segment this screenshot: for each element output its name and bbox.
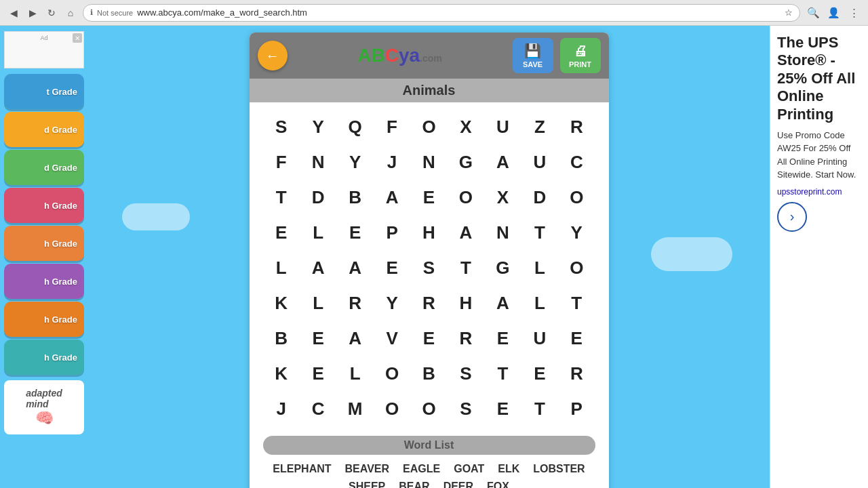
grid-cell[interactable]: E [410,321,447,356]
grid-cell[interactable]: T [484,356,521,391]
grid-cell[interactable]: G [448,144,484,180]
grid-cell[interactable]: A [336,250,373,285]
grid-cell[interactable]: E [558,321,595,356]
grid-cell[interactable]: S [410,250,447,285]
grid-cell[interactable]: T [263,180,300,215]
grade-button-2[interactable]: d Grade [4,112,84,147]
grid-cell[interactable]: Y [374,285,410,321]
grid-cell[interactable]: K [263,356,300,391]
grid-cell[interactable]: T [558,285,595,321]
back-nav-button[interactable]: ◀ [5,5,22,21]
grid-cell[interactable]: Q [336,109,373,144]
grid-cell[interactable]: D [521,180,558,215]
grid-cell[interactable]: N [484,215,521,250]
grid-cell[interactable]: A [484,285,521,321]
grid-cell[interactable]: S [448,391,484,426]
grid-cell[interactable]: L [521,250,558,285]
grid-cell[interactable]: S [263,109,300,144]
grid-cell[interactable]: H [448,285,484,321]
ad-close-button[interactable]: ✕ [73,33,82,43]
grid-cell[interactable]: T [448,250,484,285]
grid-cell[interactable]: E [300,356,336,391]
grid-cell[interactable]: U [521,321,558,356]
grid-cell[interactable]: L [336,356,373,391]
grid-cell[interactable]: O [410,109,447,144]
grid-cell[interactable]: N [410,144,447,180]
grid-cell[interactable]: C [300,391,336,426]
grade-button-5[interactable]: h Grade [4,226,84,261]
star-icon[interactable]: ☆ [785,7,793,18]
grade-button-4[interactable]: h Grade [4,188,84,223]
grid-cell[interactable]: R [558,356,595,391]
menu-button[interactable]: ⋮ [845,4,863,22]
grid-cell[interactable]: J [263,391,300,426]
grid-cell[interactable]: P [558,391,595,426]
grid-cell[interactable]: E [484,321,521,356]
grid-cell[interactable]: K [263,285,300,321]
grid-cell[interactable]: O [410,391,447,426]
grid-cell[interactable]: A [448,215,484,250]
refresh-button[interactable]: ↻ [43,5,60,21]
grid-cell[interactable]: B [336,180,373,215]
ad-url[interactable]: upsstoreprint.com [777,187,861,197]
grid-cell[interactable]: O [374,391,410,426]
grid-cell[interactable]: X [448,109,484,144]
grid-cell[interactable]: F [263,144,300,180]
grid-cell[interactable]: N [300,144,336,180]
grid-cell[interactable]: R [410,285,447,321]
ad-arrow-button[interactable]: › [777,202,807,232]
grid-cell[interactable]: R [558,109,595,144]
grade-button-3[interactable]: d Grade [4,150,84,185]
grid-cell[interactable]: O [448,180,484,215]
grade-button-1[interactable]: t Grade [4,74,84,109]
grid-cell[interactable]: F [374,109,410,144]
grid-cell[interactable]: E [410,180,447,215]
grid-cell[interactable]: P [374,215,410,250]
grid-cell[interactable]: C [558,144,595,180]
grid-cell[interactable]: A [300,250,336,285]
grid-cell[interactable]: L [263,250,300,285]
grid-cell[interactable]: E [521,356,558,391]
grid-cell[interactable]: O [558,180,595,215]
grid-cell[interactable]: S [448,356,484,391]
grid-cell[interactable]: B [410,356,447,391]
grid-cell[interactable]: Z [521,109,558,144]
grid-cell[interactable]: M [336,391,373,426]
home-button[interactable]: ⌂ [62,5,79,21]
grid-cell[interactable]: A [336,321,373,356]
back-button[interactable]: ← [258,41,288,70]
extensions-button[interactable]: 🔍 [804,4,822,22]
grid-cell[interactable]: R [448,321,484,356]
grid-cell[interactable]: E [484,391,521,426]
grid-cell[interactable]: T [521,391,558,426]
grid-cell[interactable]: L [300,215,336,250]
grid-cell[interactable]: R [336,285,373,321]
grid-cell[interactable]: E [336,215,373,250]
grade-button-6[interactable]: h Grade [4,264,84,299]
grade-button-7[interactable]: h Grade [4,302,84,337]
grid-cell[interactable]: E [374,250,410,285]
profile-button[interactable]: 👤 [825,4,842,22]
grid-cell[interactable]: L [300,285,336,321]
address-bar[interactable]: ℹ Not secure www.abcya.com/make_a_word_s… [83,4,800,22]
grid-cell[interactable]: E [300,321,336,356]
grid-cell[interactable]: J [374,144,410,180]
grid-cell[interactable]: U [521,144,558,180]
grid-cell[interactable]: A [484,144,521,180]
print-button[interactable]: 🖨 PRINT [560,38,601,73]
grid-cell[interactable]: O [374,356,410,391]
grid-cell[interactable]: E [263,215,300,250]
grid-cell[interactable]: D [300,180,336,215]
grid-cell[interactable]: Y [300,109,336,144]
grid-cell[interactable]: G [484,250,521,285]
grid-cell[interactable]: V [374,321,410,356]
forward-nav-button[interactable]: ▶ [24,5,41,21]
grid-cell[interactable]: T [521,215,558,250]
grid-cell[interactable]: O [558,250,595,285]
grid-cell[interactable]: H [410,215,447,250]
grid-cell[interactable]: U [484,109,521,144]
grade-button-8[interactable]: h Grade [4,340,84,375]
grid-cell[interactable]: Y [336,144,373,180]
grid-cell[interactable]: A [374,180,410,215]
save-button[interactable]: 💾 SAVE [513,38,553,73]
